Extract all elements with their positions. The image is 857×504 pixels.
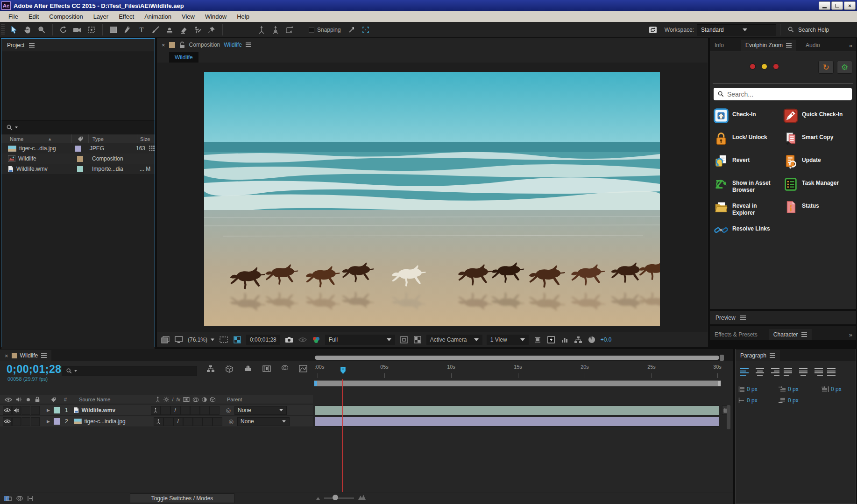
region-icon[interactable] (399, 336, 409, 344)
composition-viewer[interactable] (157, 63, 708, 332)
layer-source-name[interactable]: tiger-c...india.jpg (85, 418, 154, 425)
justify-last-right-button[interactable] (813, 367, 823, 377)
tab-info[interactable]: Info (710, 40, 729, 51)
brush-tool[interactable] (149, 24, 163, 36)
panel-menu-icon[interactable] (786, 42, 792, 49)
parent-dropdown[interactable]: None (234, 406, 287, 415)
column-type[interactable]: Type (88, 134, 137, 143)
comp-tab-wildlife[interactable]: Wildlife (169, 52, 198, 63)
snap-brackets-icon[interactable] (359, 24, 373, 36)
threed-switch-icon[interactable] (210, 397, 216, 403)
quick-check-in-button[interactable]: Quick Check-In (783, 106, 853, 129)
menu-help[interactable]: Help (232, 12, 254, 21)
column-number[interactable]: # (64, 397, 67, 402)
paragraph-tab[interactable]: Paragraph (736, 350, 780, 361)
solo-column-icon[interactable] (27, 398, 30, 401)
time-ruler[interactable]: :00s 05s 10s 15s 20s 25s 30s (314, 362, 724, 379)
project-search[interactable] (1, 120, 155, 134)
expand-switches-icon[interactable] (4, 495, 12, 502)
align-right-button[interactable] (769, 367, 779, 377)
menu-file[interactable]: File (4, 12, 23, 21)
timeline-search[interactable] (62, 366, 197, 376)
video-toggle[interactable] (3, 417, 12, 426)
work-area-bar[interactable] (314, 380, 721, 386)
align-center-button[interactable] (755, 367, 765, 377)
frame-blend-cell[interactable] (190, 406, 200, 415)
fx-cell[interactable] (183, 417, 193, 426)
timeline-tab-wildlife[interactable]: × Wildlife (0, 350, 51, 361)
layer-row-1[interactable]: ▶ 1 Wildlife.wmv / ◎ None (0, 405, 313, 416)
quality-cell[interactable]: / (170, 406, 180, 415)
lock-toggle[interactable] (31, 417, 40, 426)
margin-left-field[interactable]: 0 px (738, 397, 779, 404)
panel-menu-icon[interactable] (770, 352, 775, 359)
task-manager-button[interactable]: Task Manager (783, 175, 853, 197)
hide-shy-layers-icon[interactable] (244, 365, 252, 371)
text-tool[interactable]: T (135, 24, 149, 36)
menu-composition[interactable]: Composition (44, 12, 87, 21)
video-toggle[interactable] (3, 406, 12, 415)
pixel-aspect-icon[interactable] (533, 336, 542, 344)
collapse-cell[interactable] (163, 417, 173, 426)
menu-edit[interactable]: Edit (24, 12, 43, 21)
tab-character[interactable]: Character (769, 329, 812, 340)
snap-arrow-icon[interactable] (345, 24, 359, 36)
evolphin-search[interactable] (714, 88, 852, 100)
view-layout-dropdown[interactable]: 1 View (487, 335, 529, 345)
menu-animation[interactable]: Animation (140, 12, 176, 21)
restore-button[interactable] (831, 1, 843, 10)
shy-switch-icon[interactable] (155, 396, 161, 403)
camera-dropdown[interactable]: Active Camera (426, 335, 482, 345)
workspace-dropdown[interactable]: Standard (697, 24, 776, 35)
layer-row-2[interactable]: ▶ 2 tiger-c...india.jpg / ◎ None (0, 416, 313, 427)
eraser-tool[interactable] (177, 24, 191, 36)
timeline-zoom-track[interactable] (324, 497, 354, 499)
space-before-field[interactable]: 0 px (779, 397, 822, 404)
menu-window[interactable]: Window (200, 12, 231, 21)
first-line-indent-field[interactable]: 0 px (779, 386, 822, 392)
playhead-marker[interactable] (340, 367, 346, 374)
pick-whip-icon[interactable]: ◎ (229, 418, 234, 425)
justify-last-left-button[interactable] (784, 367, 794, 377)
snapshot-icon[interactable] (284, 336, 294, 344)
layer-source-name[interactable]: Wildlife.wmv (82, 407, 151, 413)
label-column-icon[interactable] (50, 397, 57, 403)
comp-timecode[interactable]: 0;00;01;28 (246, 335, 280, 345)
transparency-grid-icon[interactable] (233, 336, 242, 344)
show-in-asset-browser-button[interactable]: Z Show in Asset Browser (714, 175, 783, 197)
shy-cell[interactable] (154, 417, 163, 426)
tab-audio[interactable]: Audio (801, 40, 825, 51)
menu-effect[interactable]: Effect (114, 12, 139, 21)
check-in-button[interactable]: Check-In (714, 106, 783, 129)
puppet-pin-tool[interactable] (205, 24, 219, 36)
justify-all-button[interactable] (827, 367, 837, 377)
project-row-wildlife-wmv[interactable]: Wildlife.wmv Importe...dia ... M (1, 164, 155, 174)
resolve-links-button[interactable]: Resolve Links (714, 221, 783, 243)
refresh-button[interactable]: ↻ (818, 61, 834, 74)
rotation-tool[interactable] (57, 24, 71, 36)
expand-inout-icon[interactable] (27, 495, 34, 502)
show-snapshot-icon[interactable] (298, 336, 307, 344)
lock-toggle[interactable] (31, 406, 40, 415)
indent-right-field[interactable]: 0 px (822, 386, 856, 392)
frame-blending-icon[interactable] (262, 365, 271, 372)
close-button[interactable]: × (844, 1, 856, 10)
indent-left-field[interactable]: 0 px (738, 386, 779, 392)
channels-icon[interactable] (312, 336, 321, 344)
panel-menu-icon[interactable] (41, 352, 47, 359)
search-input[interactable] (727, 91, 835, 98)
quality-switch-icon[interactable]: / (172, 397, 173, 402)
shape-tool[interactable] (106, 24, 120, 36)
comp-name[interactable]: Wildlife (224, 42, 242, 48)
pen-tool[interactable] (120, 24, 135, 36)
time-navigator[interactable] (314, 355, 724, 361)
shutter-icon[interactable] (587, 336, 596, 344)
close-panel-icon[interactable]: × (162, 42, 165, 49)
motion-blur-cell[interactable] (203, 417, 212, 426)
zoom-tool[interactable] (35, 24, 49, 36)
clone-stamp-tool[interactable] (163, 24, 177, 36)
lock-unlock-button[interactable]: Lock/ Unlock (714, 129, 783, 152)
flowchart-icon[interactable] (574, 336, 583, 344)
roi-icon[interactable] (219, 336, 228, 344)
column-source-name[interactable]: Source Name (79, 397, 110, 402)
